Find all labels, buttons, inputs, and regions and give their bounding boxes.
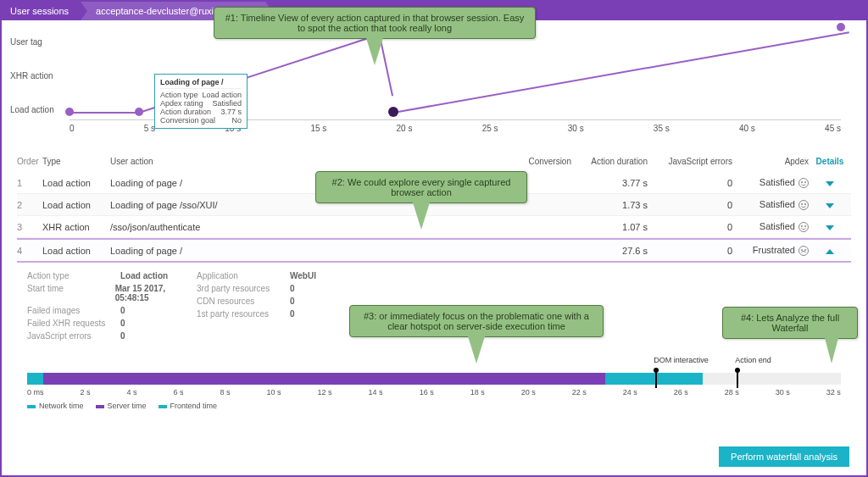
col-type[interactable]: Type: [42, 157, 110, 166]
annotation-2: #2: We could explore every single captur…: [315, 171, 527, 203]
breadcrumb-level1[interactable]: User sessions: [2, 2, 81, 20]
waterfall-marker: DOM interactive: [654, 356, 709, 364]
legend-network: Network time: [27, 402, 84, 410]
timeline-point[interactable]: [65, 108, 74, 116]
chevron-down-icon[interactable]: [826, 181, 834, 186]
annotation-1: #1: Timeline View of every action captur…: [214, 7, 536, 39]
col-details[interactable]: Details: [809, 157, 851, 166]
smile-icon: [798, 200, 809, 210]
timeline-point[interactable]: [837, 23, 845, 31]
waterfall-frontend-segment: [605, 373, 703, 385]
legend-server: Server time: [96, 402, 147, 410]
chevron-down-icon[interactable]: [826, 225, 834, 230]
perform-waterfall-analysis-button[interactable]: Perform waterfall analysis: [719, 446, 849, 467]
y-label: User tag: [10, 37, 42, 47]
annotation-3: #3: or immediately focus on the problema…: [349, 305, 604, 337]
annotation-4: #4: Lets Analyze the full Waterfall: [722, 307, 858, 339]
chevron-down-icon[interactable]: [826, 203, 834, 208]
y-label: XHR action: [10, 71, 53, 80]
waterfall-x-axis: 0 ms2 s4 s6 s8 s10 s12 s14 s16 s18 s20 s…: [27, 388, 841, 397]
col-conversion[interactable]: Conversion: [512, 157, 571, 166]
sad-icon: [798, 246, 809, 256]
waterfall-bar[interactable]: DOM interactive Action end: [27, 373, 841, 385]
detail-col-left: Action typeLoad action Start timeMar 15 …: [27, 269, 197, 342]
y-label: Load action: [10, 105, 54, 114]
legend-frontend: Frontend time: [159, 402, 218, 410]
table-row[interactable]: 3 XHR action /sso/json/authenticate 1.07…: [17, 216, 851, 238]
timeline-point[interactable]: [135, 108, 143, 116]
smile-icon: [798, 178, 809, 188]
waterfall-legend: Network time Server time Frontend time: [27, 402, 841, 410]
detail-col-right: ApplicationWebUI 3rd party resources0 CD…: [197, 269, 366, 342]
timeline-point-highlighted[interactable]: [388, 107, 398, 117]
chevron-up-icon[interactable]: [826, 249, 834, 254]
timeline-tooltip: Loading of page / Action typeLoad action…: [154, 74, 248, 129]
waterfall-server-segment: [43, 373, 604, 385]
col-order[interactable]: Order: [17, 157, 42, 166]
waterfall-marker: Action end: [735, 356, 771, 364]
table-row-expanded[interactable]: 4 Load action Loading of page / 27.6 s 0…: [17, 238, 851, 263]
waterfall-network-segment: [27, 373, 43, 385]
smile-icon: [798, 222, 809, 232]
col-apdex[interactable]: Apdex: [732, 157, 809, 166]
actions-table: Order Type User action Conversion Action…: [2, 152, 866, 263]
timeline-plot-area[interactable]: Loading of page / Action typeLoad action…: [70, 27, 841, 120]
table-header-row: Order Type User action Conversion Action…: [17, 152, 851, 172]
col-duration[interactable]: Action duration: [571, 157, 648, 166]
col-js-errors[interactable]: JavaScript errors: [648, 157, 732, 166]
timeline-chart: User tag XHR action Load action Loading …: [2, 20, 866, 152]
col-user-action[interactable]: User action: [110, 157, 512, 166]
